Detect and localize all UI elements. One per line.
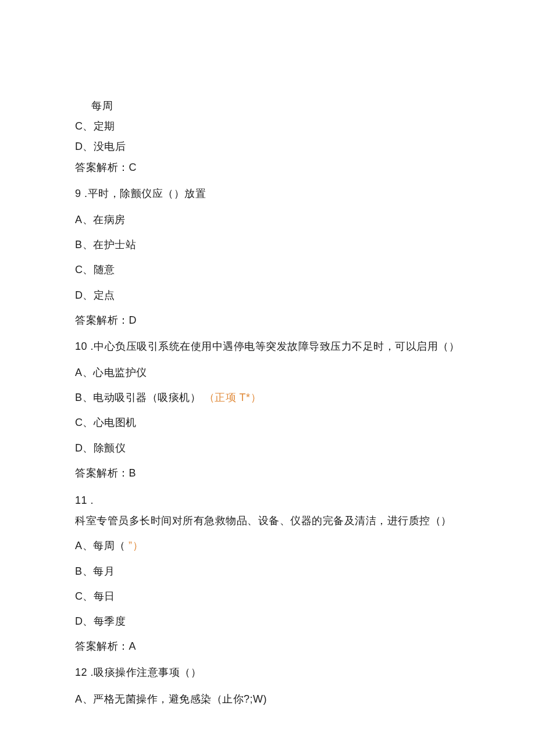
q11-option-a-hint: ”） <box>129 540 143 551</box>
q8-option-d: D、没电后 <box>75 139 500 154</box>
q11-text: 科室专管员多长时间对所有急救物品、设备、仪器的完备及清洁，进行质控（） <box>75 514 500 528</box>
q10-option-b-hint: （正项 T*） <box>204 392 262 403</box>
q12-text: 12 .吸痰操作注意事项（） <box>75 665 500 680</box>
q8-answer: 答案解析：C <box>75 160 500 175</box>
q11-num: 11 . <box>75 493 500 508</box>
q9-text: 9 .平时，除颤仪应（）放置 <box>75 187 500 201</box>
q11-option-c: C、每日 <box>75 589 500 604</box>
q9-answer: 答案解析：D <box>75 313 500 328</box>
q9-option-d: D、定点 <box>75 288 500 303</box>
q11-option-b: B、每月 <box>75 564 500 579</box>
stray-line-1: 每周 <box>75 99 500 113</box>
q8-option-c: C、定期 <box>75 119 500 134</box>
q10-option-a: A、心电监护仪 <box>75 366 500 380</box>
q10-answer: 答案解析：B <box>75 466 500 481</box>
q10-option-b: B、电动吸引器（吸痰机） （正项 T*） <box>75 390 500 405</box>
q9-option-b: B、在护士站 <box>75 238 500 252</box>
q12-option-a: A、严格无菌操作，避免感染（止你?;W) <box>75 692 500 707</box>
q10-option-b-main: B、电动吸引器（吸痰机） <box>75 392 201 403</box>
q10-option-d: D、除颤仪 <box>75 441 500 456</box>
q11-option-d: D、每季度 <box>75 614 500 629</box>
q11-option-a: A、每周（ ”） <box>75 539 500 553</box>
q11-option-a-main: A、每周（ <box>75 540 129 551</box>
q9-option-c: C、随意 <box>75 263 500 277</box>
q10-text: 10 .中心负压吸引系统在使用中遇停电等突发故障导致压力不足时，可以启用（） <box>75 339 500 354</box>
q10-option-c: C、心电图机 <box>75 415 500 430</box>
q11-answer: 答案解析：A <box>75 639 500 654</box>
q9-option-a: A、在病房 <box>75 213 500 227</box>
